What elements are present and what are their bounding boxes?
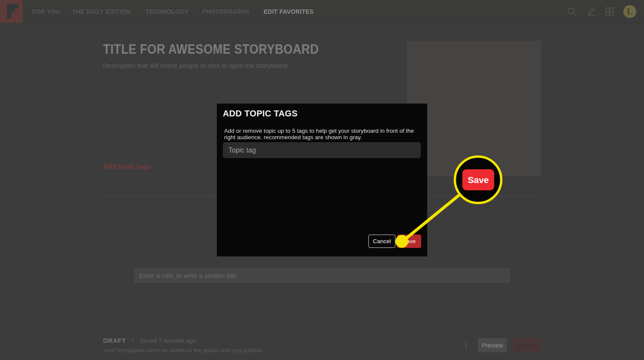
modal-title: ADD TOPIC TAGS	[223, 108, 298, 119]
add-topic-tags-link[interactable]: Add topic tags	[103, 163, 151, 171]
callout-save-label: Save	[468, 175, 489, 185]
page-title: TITLE FOR AWESOME STORYBOARD	[103, 42, 319, 57]
top-nav: FOR YOU THE DAILY EDITION TECHNOLOGY PHO…	[0, 0, 644, 23]
nav-icon-group: L	[567, 0, 636, 23]
section-url-input[interactable]	[134, 268, 510, 283]
cancel-button[interactable]: Cancel	[368, 235, 395, 248]
save-button[interactable]: Save	[397, 235, 421, 248]
modal-description: Add or remove topic up to 5 tags to help…	[224, 128, 418, 140]
grid-icon[interactable]	[605, 6, 615, 17]
nav-item-technology[interactable]: TECHNOLOGY	[146, 8, 188, 15]
add-topic-tags-modal: ADD TOPIC TAGS Add or remove topic up to…	[217, 104, 427, 256]
flipboard-f-icon	[0, 0, 23, 23]
draft-status: DRAFT	[103, 337, 126, 344]
nav-item-for-you[interactable]: FOR YOU	[32, 8, 60, 15]
nav-item-photography[interactable]: PHOTOGRAPHY	[202, 8, 250, 15]
status-separator-dot: •	[132, 338, 134, 344]
nav-item-daily-edition[interactable]: THE DAILY EDITION	[72, 8, 131, 15]
visibility-note: Your Storyboard won't be visible to the …	[103, 347, 263, 354]
avatar[interactable]: L	[623, 5, 636, 18]
modal-actions: Cancel Save	[368, 235, 421, 248]
nav-items: FOR YOU THE DAILY EDITION TECHNOLOGY PHO…	[32, 0, 318, 23]
flipboard-storyboard-editor: FOR YOU THE DAILY EDITION TECHNOLOGY PHO…	[0, 0, 644, 360]
page-description: Description that will entice people to c…	[103, 62, 289, 69]
compose-icon[interactable]	[586, 6, 596, 17]
publish-button[interactable]: Publish	[513, 338, 541, 352]
more-options-icon[interactable]	[464, 342, 468, 350]
flipboard-logo[interactable]	[0, 0, 23, 23]
draft-status-row: DRAFT • Saved 7 minutes ago	[103, 337, 196, 344]
nav-item-edit-favorites[interactable]: EDIT FAVORITES	[264, 8, 313, 15]
preview-button[interactable]: Preview	[478, 338, 507, 352]
saved-timestamp: Saved 7 minutes ago	[140, 337, 197, 344]
search-icon[interactable]	[567, 6, 577, 17]
topic-tag-input[interactable]	[223, 142, 421, 158]
divider	[101, 312, 542, 312]
